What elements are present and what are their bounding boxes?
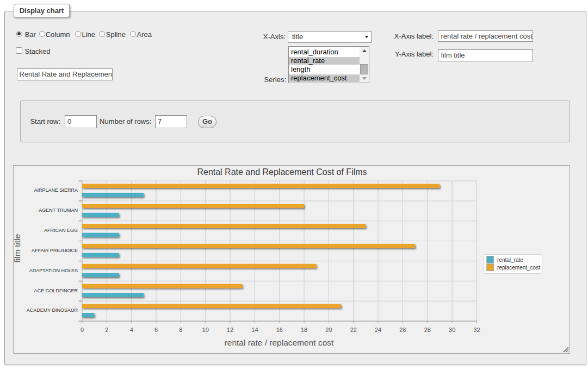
svg-text:20: 20 bbox=[325, 327, 332, 333]
svg-text:ADAPTATION HOLES: ADAPTATION HOLES bbox=[29, 268, 78, 273]
svg-text:22: 22 bbox=[350, 327, 357, 333]
svg-text:16: 16 bbox=[276, 327, 283, 333]
svg-text:28: 28 bbox=[424, 327, 431, 333]
svg-text:12: 12 bbox=[227, 327, 233, 333]
svg-text:2: 2 bbox=[105, 327, 108, 333]
svg-text:26: 26 bbox=[399, 327, 406, 333]
svg-text:AFFAIR PREJUDICE: AFFAIR PREJUDICE bbox=[32, 248, 78, 253]
svg-text:rental_rate: rental_rate bbox=[497, 257, 523, 263]
svg-text:6: 6 bbox=[154, 327, 158, 333]
svg-text:film title: film title bbox=[14, 234, 22, 263]
svg-text:ACADEMY DINOSAUR: ACADEMY DINOSAUR bbox=[27, 308, 78, 313]
svg-text:32: 32 bbox=[473, 327, 480, 333]
svg-text:24: 24 bbox=[375, 327, 381, 333]
svg-text:14: 14 bbox=[251, 327, 258, 333]
svg-text:18: 18 bbox=[301, 327, 307, 333]
svg-text:10: 10 bbox=[202, 327, 209, 333]
svg-text:AIRPLANE SIERRA: AIRPLANE SIERRA bbox=[34, 187, 78, 193]
svg-text:AFRICAN EGG: AFRICAN EGG bbox=[44, 228, 78, 233]
svg-text:ACE GOLDFINGER: ACE GOLDFINGER bbox=[34, 288, 78, 293]
svg-text:replacement_cost: replacement_cost bbox=[497, 265, 540, 271]
svg-text:8: 8 bbox=[179, 327, 182, 333]
svg-text:0: 0 bbox=[81, 327, 84, 333]
svg-text:AGENT TRUMAN: AGENT TRUMAN bbox=[39, 208, 78, 213]
svg-text:rental rate / replacement cost: rental rate / replacement cost bbox=[225, 338, 334, 347]
svg-text:30: 30 bbox=[449, 327, 455, 333]
svg-text:4: 4 bbox=[130, 327, 133, 333]
svg-text:Rental Rate and Replacement Co: Rental Rate and Replacement Cost of Film… bbox=[197, 167, 367, 177]
